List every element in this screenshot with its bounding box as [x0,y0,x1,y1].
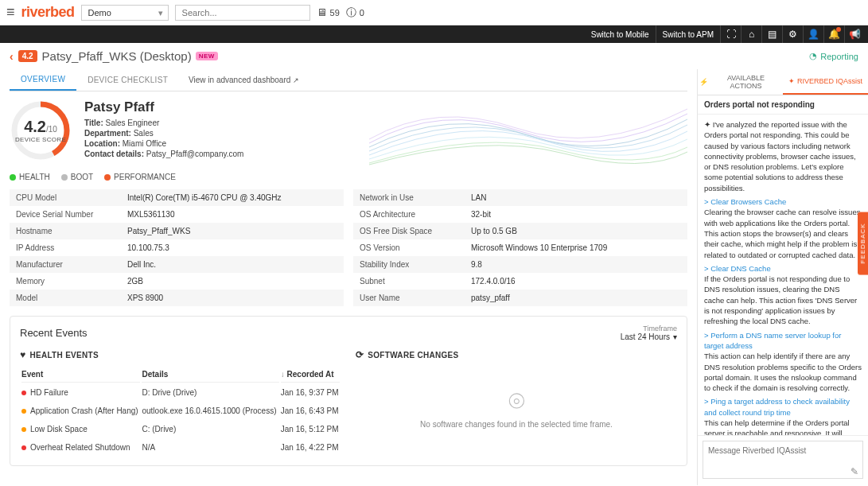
event-details: N/A [142,439,278,456]
home-icon[interactable]: ⌂ [741,25,761,43]
spec-col-left: CPU ModelIntel(R) Core(TM) i5-4670 CPU @… [10,189,344,306]
advanced-dashboard-link[interactable]: View in advanced dashboard [189,76,299,84]
switch-mobile-link[interactable]: Switch to Mobile [585,25,656,43]
spec-key: Hostname [16,227,127,235]
bell-dot [836,27,841,32]
bell-icon[interactable]: 🔔 [823,25,844,43]
action-clear-cache-body: Clearing the browser cache can resolve i… [704,207,862,259]
timeframe-selector[interactable]: Timeframe Last 24 Hours▾ [621,325,677,341]
spec-key: Subnet [360,277,471,286]
utility-bar: Switch to Mobile Switch to APM ⛶ ⌂ ▤ ⚙ 👤… [0,25,868,43]
specs-grid: CPU ModelIntel(R) Core(TM) i5-4670 CPU @… [10,189,687,306]
profile-title-val: Sales Engineer [106,119,160,127]
pill-boot[interactable]: BOOT [61,173,93,181]
feedback-tab[interactable]: FEEDBACK [858,212,868,274]
chat-title: Orders portal not responding [698,95,868,115]
health-events-table: Event Details Recorded At HD FailureD: D… [20,365,341,457]
action-ping[interactable]: > Ping a target address to check availab… [704,396,862,418]
severity-dot [21,427,26,432]
action-nslookup[interactable]: > Perform a DNS name server lookup for t… [704,330,862,352]
fullscreen-icon[interactable]: ⛶ [720,25,741,43]
chevron-down-icon: ▾ [673,332,677,341]
gear-icon[interactable]: ⚙ [782,25,803,43]
profile-loc-val: Miami Office [123,139,166,148]
pill-performance[interactable]: PERFORMANCE [104,173,176,181]
new-badge: NEW [196,52,218,60]
severity-dot [21,409,26,414]
spec-key: Memory [16,277,127,286]
back-button[interactable]: ‹ [10,50,14,63]
tab-iqassist[interactable]: ✦RIVERBED IQAssist [783,69,868,95]
col-details[interactable]: Details [142,367,278,383]
tab-actions-label: AVAILABLE ACTIONS [710,74,781,90]
iqassist-panel: ⚡AVAILABLE ACTIONS ✦RIVERBED IQAssist Or… [697,69,868,485]
env-selector[interactable]: Demo [81,5,169,21]
refresh-icon: ⟳ [356,349,364,360]
spec-val: 9.8 [471,260,482,269]
spec-row: Subnet172.4.0.0/16 [353,273,687,290]
event-time: Jan 16, 9:37 PM [281,384,340,401]
software-empty-text: No software changes found in the selecte… [356,420,677,429]
spec-val: Intel(R) Core(TM) i5-4670 CPU @ 3.40GHz [127,193,282,202]
action-clear-cache[interactable]: > Clear Browsers Cache [704,196,862,207]
dot-orange [104,174,111,181]
info-counter[interactable]: ⓘ0 [346,6,364,20]
event-time: Jan 16, 4:22 PM [281,439,340,456]
heartbeat-icon: ♥ [20,349,25,360]
sound-icon[interactable]: 📢 [844,25,865,43]
spec-val: Patsy_Pfaff_WKS [127,227,190,235]
donut-score: 4.2 [24,118,46,135]
breadcrumb-row: ‹ 4.2 Patsy_Pfaff_WKS (Desktop) NEW ◔Rep… [0,43,868,69]
spec-key: OS Free Disk Space [360,227,471,235]
spec-key: OS Architecture [360,210,471,219]
table-row[interactable]: Low Disk SpaceC: (Drive)Jan 16, 5:12 PM [21,421,340,437]
col-event[interactable]: Event [21,367,140,383]
profile-title-key: Title: [84,119,103,127]
profile-dept-val: Sales [134,129,154,138]
event-time: Jan 16, 5:12 PM [281,421,340,437]
spec-val: 32-bit [471,210,491,219]
spec-row: Stability Index9.8 [353,256,687,273]
table-row[interactable]: HD FailureD: Drive (Drive)Jan 16, 9:37 P… [21,384,340,401]
spec-val: 2GB [127,277,143,286]
hamburger-icon[interactable]: ≡ [6,4,15,21]
profile-contact-val: Patsy_Pfaff@company.com [146,150,244,158]
tab-checklist[interactable]: DEVICE CHECKLIST [76,70,179,90]
send-icon[interactable]: ✎ [850,466,858,477]
col-recorded[interactable]: Recorded At [281,367,340,383]
spec-row: ManufacturerDell Inc. [10,256,344,273]
tabs: OVERVIEW DEVICE CHECKLIST View in advanc… [10,69,687,91]
dot-grey [61,174,68,181]
table-row[interactable]: Application Crash (After Hang)outlook.ex… [21,402,340,419]
event-time: Jan 16, 6:43 PM [281,402,340,419]
search-input[interactable] [175,5,310,21]
health-events-title: HEALTH EVENTS [29,351,99,360]
device-score-donut: 4.2/10 DEVICE SCORE [10,99,72,161]
top-bar: ≡ riverbed Demo 🖥59 ⓘ0 [0,0,868,25]
reporting-link[interactable]: ◔Reporting [809,51,858,61]
action-clear-dns[interactable]: > Clear DNS Cache [704,263,862,274]
bolt-icon: ⚡ [699,78,708,86]
spec-val: 172.4.0.0/16 [471,277,516,286]
tab-overview[interactable]: OVERVIEW [10,69,76,91]
spec-val: Microsoft Windows 10 Enterprise 1709 [471,243,607,252]
software-empty-state: ⦾ No software changes found in the selec… [356,365,677,437]
switch-apm-link[interactable]: Switch to APM [656,25,720,43]
bookmark-icon[interactable]: ▤ [761,25,782,43]
action-nslookup-body: This action can help identify if there a… [704,351,862,393]
pill-health[interactable]: HEALTH [10,173,50,181]
tab-available-actions[interactable]: ⚡AVAILABLE ACTIONS [698,69,783,95]
spec-key: Device Serial Number [16,210,127,219]
event-details: outlook.exe 16.0.4615.1000 (Process) [142,402,278,419]
iqassist-input[interactable] [703,441,863,479]
user-icon[interactable]: 👤 [803,25,823,43]
timeframe-value: Last 24 Hours [621,332,670,341]
recent-events-panel: Recent Events Timeframe Last 24 Hours▾ ♥… [10,316,687,466]
screens-counter[interactable]: 🖥59 [317,6,340,18]
spec-row: User Namepatsy_pfaff [353,290,687,306]
spec-row: Network in UseLAN [353,189,687,206]
table-row[interactable]: Overheat Related ShutdownN/AJan 16, 4:22… [21,439,340,456]
spec-row: Memory2GB [10,273,344,290]
spec-val: XPS 8900 [127,294,163,302]
donut-max: /10 [46,125,57,134]
